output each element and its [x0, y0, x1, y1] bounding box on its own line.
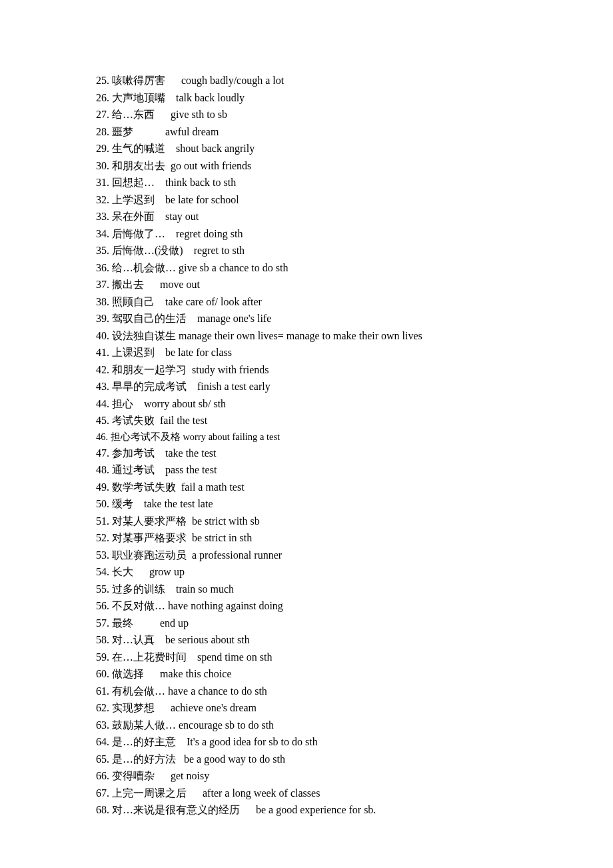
english-translation: be a good experience for sb. [256, 804, 376, 815]
chinese-phrase: 在…上花费时间 [112, 651, 187, 663]
english-translation: have nothing against doing [168, 600, 283, 611]
english-translation: take care of/ look after [165, 296, 262, 307]
item-number: 67. [96, 787, 109, 799]
chinese-phrase: 和朋友一起学习 [112, 364, 187, 375]
english-translation: worry about sb/ sth [144, 398, 226, 409]
english-translation: have a chance to do sth [168, 685, 267, 697]
english-translation: move out [160, 279, 200, 290]
item-number: 63. [96, 719, 109, 731]
vocab-line: 54. 长大 grow up [96, 563, 573, 581]
chinese-phrase: 后悔做…(没做) [112, 245, 183, 256]
chinese-phrase: 不反对做… [112, 600, 165, 611]
item-number: 61. [96, 685, 109, 697]
vocab-line: 56. 不反对做… have nothing against doing [96, 597, 573, 615]
english-translation: take the test late [144, 498, 213, 509]
item-number: 64. [96, 736, 109, 747]
english-translation: take the test [165, 447, 216, 459]
english-translation: manage one's life [197, 313, 271, 324]
chinese-phrase: 对某人要求严格 [112, 515, 187, 527]
english-translation: study with friends [192, 364, 269, 375]
item-number: 42. [96, 364, 109, 375]
english-translation: encourage sb to do sth [179, 719, 274, 731]
item-number: 66. [96, 770, 109, 781]
vocab-line: 50. 缓考 take the test late [96, 495, 573, 513]
vocab-line: 29. 生气的喊道 shout back angrily [96, 140, 573, 157]
chinese-phrase: 做选择 [112, 668, 144, 679]
vocab-line: 57. 最终 end up [96, 615, 573, 632]
vocab-line: 67. 上完一周课之后 after a long week of classes [96, 785, 573, 802]
chinese-phrase: 上学迟到 [112, 194, 155, 205]
item-number: 43. [96, 381, 109, 392]
chinese-phrase: 参加考试 [112, 447, 155, 459]
vocab-line: 30. 和朋友出去 go out with friends [96, 157, 573, 175]
chinese-phrase: 长大 [112, 566, 133, 577]
chinese-phrase: 有机会做… [112, 685, 165, 697]
vocab-line: 39. 驾驭自己的生活 manage one's life [96, 310, 573, 327]
item-number: 55. [96, 583, 109, 595]
english-translation: grow up [149, 566, 185, 577]
vocab-line: 33. 呆在外面 stay out [96, 208, 573, 225]
vocab-line: 32. 上学迟到 be late for school [96, 191, 573, 209]
item-number: 50. [96, 498, 109, 509]
chinese-phrase: 对某事严格要求 [112, 532, 187, 543]
chinese-phrase: 担心 [112, 398, 133, 409]
english-translation: train so much [176, 583, 234, 595]
english-translation: regret doing sth [176, 228, 243, 239]
chinese-phrase: 通过考试 [112, 464, 155, 475]
english-translation: shout back angrily [176, 143, 255, 154]
item-number: 29. [96, 143, 109, 154]
document-page: 25. 咳嗽得厉害 cough badly/cough a lot26. 大声地… [0, 0, 613, 819]
vocab-line: 46. 担心考试不及格 worry about failing a test [96, 429, 573, 445]
chinese-phrase: 担心考试不及格 [111, 431, 181, 442]
chinese-phrase: 呆在外面 [112, 211, 155, 222]
item-number: 39. [96, 313, 109, 324]
vocab-line: 58. 对…认真 be serious about sth [96, 631, 573, 649]
item-number: 26. [96, 92, 109, 103]
english-translation: worry about failing a test [183, 431, 280, 442]
english-translation: be strict with sb [192, 515, 260, 527]
chinese-phrase: 大声地顶嘴 [112, 92, 165, 103]
item-number: 47. [96, 447, 109, 459]
item-number: 44. [96, 398, 109, 409]
english-translation: be late for school [165, 194, 239, 205]
chinese-phrase: 职业赛跑运动员 [112, 549, 187, 561]
english-translation: think back to sth [165, 177, 236, 188]
item-number: 40. [96, 330, 109, 341]
item-number: 41. [96, 347, 109, 358]
vocab-line: 52. 对某事严格要求 be strict in sth [96, 529, 573, 547]
chinese-phrase: 考试失败 [112, 415, 155, 426]
item-number: 52. [96, 532, 109, 543]
item-number: 60. [96, 668, 109, 679]
item-number: 48. [96, 464, 109, 475]
english-translation: after a long week of classes [203, 787, 320, 799]
chinese-phrase: 对…认真 [112, 634, 155, 645]
vocab-line: 42. 和朋友一起学习 study with friends [96, 361, 573, 379]
chinese-phrase: 给…机会做… [112, 262, 176, 273]
chinese-phrase: 上课迟到 [112, 347, 155, 358]
item-number: 65. [96, 753, 109, 765]
vocab-line: 47. 参加考试 take the test [96, 445, 573, 462]
english-translation: get noisy [171, 770, 209, 781]
item-number: 59. [96, 651, 109, 663]
vocab-line: 49. 数学考试失败 fail a math test [96, 479, 573, 496]
vocab-line: 64. 是…的好主意 It's a good idea for sb to do… [96, 733, 573, 751]
vocab-line: 25. 咳嗽得厉害 cough badly/cough a lot [96, 72, 573, 89]
chinese-phrase: 照顾自己 [112, 296, 155, 307]
item-number: 28. [96, 126, 109, 137]
chinese-phrase: 搬出去 [112, 279, 144, 290]
item-number: 37. [96, 279, 109, 290]
chinese-phrase: 生气的喊道 [112, 143, 165, 154]
item-number: 32. [96, 194, 109, 205]
english-translation: go out with friends [171, 160, 251, 171]
english-translation: spend time on sth [197, 651, 272, 663]
english-translation: be late for class [165, 347, 232, 358]
chinese-phrase: 实现梦想 [112, 702, 155, 713]
chinese-phrase: 最终 [112, 617, 133, 629]
item-number: 34. [96, 228, 109, 239]
english-translation: awful dream [165, 126, 219, 137]
english-translation: be a good way to do sth [184, 753, 285, 765]
vocab-line: 59. 在…上花费时间 spend time on sth [96, 649, 573, 666]
english-translation: fail the test [160, 415, 207, 426]
item-number: 25. [96, 75, 109, 86]
vocab-line: 53. 职业赛跑运动员 a professional runner [96, 547, 573, 564]
